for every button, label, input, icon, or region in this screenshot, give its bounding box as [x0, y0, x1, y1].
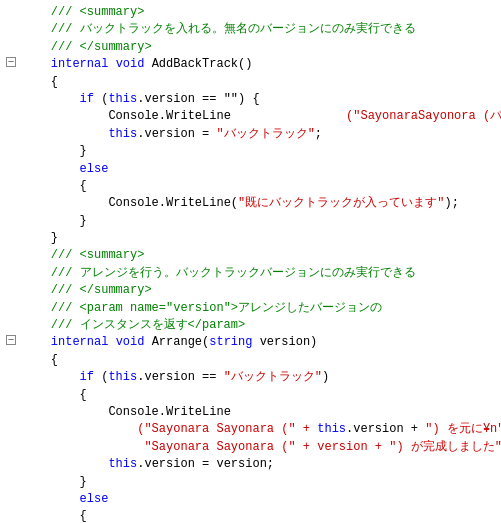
code-line: if (this.version == "バックトラック"): [0, 369, 501, 386]
code-token: {: [22, 353, 58, 367]
gutter-cell: [2, 4, 20, 5]
gutter-cell: [2, 126, 20, 127]
code-line: this.version = version;: [0, 456, 501, 473]
gutter-cell: [2, 74, 20, 75]
code-line: ("Sayonara Sayonara (" + this.version + …: [0, 421, 501, 438]
code-text: ("Sayonara Sayonara (" + this.version + …: [20, 421, 501, 438]
code-token: ): [322, 370, 329, 384]
code-token: [22, 127, 108, 141]
code-token: Console.WriteLine: [22, 109, 231, 123]
gutter-cell: [2, 282, 20, 283]
gutter-cell: [2, 247, 20, 248]
code-token: Arrange(: [144, 335, 209, 349]
code-line: /// バックトラックを入れる。無名のバージョンにのみ実行できる: [0, 21, 501, 38]
code-text: Console.WriteLine ("SayonaraSayonora (バッ…: [20, 108, 501, 125]
gutter-cell: [2, 108, 20, 109]
code-token: if: [80, 370, 94, 384]
code-text: Console.WriteLine("既にバックトラックが入っています");: [20, 195, 499, 212]
gutter-cell: [2, 317, 20, 318]
collapse-icon[interactable]: [6, 57, 16, 67]
code-text: else: [20, 491, 499, 508]
code-token: /// <param name="version">アレンジしたバージョンの: [22, 301, 382, 315]
code-token: void: [116, 57, 145, 71]
code-token: [22, 457, 108, 471]
gutter-cell: [2, 213, 20, 214]
code-token: [22, 492, 80, 506]
code-line: /// アレンジを行う。バックトラックバージョンにのみ実行できる: [0, 265, 501, 282]
code-token: "バックトラック": [224, 370, 322, 384]
code-token: {: [22, 388, 87, 402]
code-token: {: [22, 179, 87, 193]
gutter-cell: [2, 91, 20, 92]
code-token: this: [108, 92, 137, 106]
code-token: /// </summary>: [22, 40, 152, 54]
code-line: Console.WriteLine("既にバックトラックが入っています");: [0, 195, 501, 212]
gutter-cell: [2, 178, 20, 179]
gutter-cell: [2, 439, 20, 440]
code-token: /// インスタンスを返す</param>: [22, 318, 245, 332]
gutter-cell: [2, 474, 20, 475]
code-line: /// <param name="version">アレンジしたバージョンの: [0, 300, 501, 317]
code-line: }: [0, 143, 501, 160]
code-text: /// バックトラックを入れる。無名のバージョンにのみ実行できる: [20, 21, 499, 38]
code-token: Console.WriteLine(: [22, 196, 238, 210]
code-line: /// </summary>: [0, 39, 501, 56]
code-line: internal void AddBackTrack(): [0, 56, 501, 73]
code-token: string: [209, 335, 252, 349]
code-line: }: [0, 230, 501, 247]
code-token: /// <summary>: [22, 5, 144, 19]
code-token: }: [22, 231, 58, 245]
code-text: internal void AddBackTrack(): [20, 56, 499, 73]
code-line: "Sayonara Sayonara (" + version + ") が完成…: [0, 439, 501, 456]
code-token: ("SayonaraSayonora (バックトラック）を作成しました");: [231, 109, 501, 123]
code-token: else: [80, 162, 109, 176]
code-text: {: [20, 508, 499, 523]
code-token: [22, 57, 51, 71]
code-token: /// </summary>: [22, 283, 152, 297]
code-text: if (this.version == "") {: [20, 91, 499, 108]
gutter-cell: [2, 300, 20, 301]
code-line: Console.WriteLine: [0, 404, 501, 421]
code-token: [108, 335, 115, 349]
code-text: {: [20, 387, 499, 404]
code-token: Console.WriteLine: [22, 405, 231, 419]
code-token: .version +: [346, 422, 425, 436]
code-token: ;: [315, 127, 322, 141]
code-token: {: [22, 75, 58, 89]
code-token: internal: [51, 57, 109, 71]
gutter-cell: [2, 230, 20, 231]
code-token: /// アレンジを行う。バックトラックバージョンにのみ実行できる: [22, 266, 416, 280]
code-text: }: [20, 213, 499, 230]
code-token: [108, 57, 115, 71]
code-editor: /// <summary> /// バックトラックを入れる。無名のバージョンにの…: [0, 0, 501, 523]
gutter-cell: [2, 56, 20, 67]
code-line: {: [0, 178, 501, 195]
gutter-cell: [2, 456, 20, 457]
code-text: Console.WriteLine: [20, 404, 499, 421]
collapse-icon[interactable]: [6, 335, 16, 345]
code-token: this: [108, 457, 137, 471]
code-token: this: [108, 370, 137, 384]
gutter-cell: [2, 143, 20, 144]
code-line: this.version = "バックトラック";: [0, 126, 501, 143]
gutter-cell: [2, 265, 20, 266]
code-line: {: [0, 508, 501, 523]
code-text: /// </summary>: [20, 39, 499, 56]
code-text: else: [20, 161, 499, 178]
code-token: ") を元に¥n": [425, 422, 501, 436]
code-text: "Sayonara Sayonara (" + version + ") が完成…: [20, 439, 501, 456]
code-token: .version ==: [137, 370, 223, 384]
gutter-cell: [2, 352, 20, 353]
gutter-cell: [2, 161, 20, 162]
code-text: internal void Arrange(string version): [20, 334, 499, 351]
code-token: "バックトラック": [216, 127, 314, 141]
code-token: internal: [51, 335, 109, 349]
code-text: }: [20, 230, 499, 247]
code-line: {: [0, 387, 501, 404]
code-token: this: [108, 127, 137, 141]
code-line: else: [0, 491, 501, 508]
code-token: ("Sayonara Sayonara (" +: [22, 422, 317, 436]
gutter-cell: [2, 39, 20, 40]
code-token: {: [22, 509, 87, 523]
code-text: /// <summary>: [20, 247, 499, 264]
